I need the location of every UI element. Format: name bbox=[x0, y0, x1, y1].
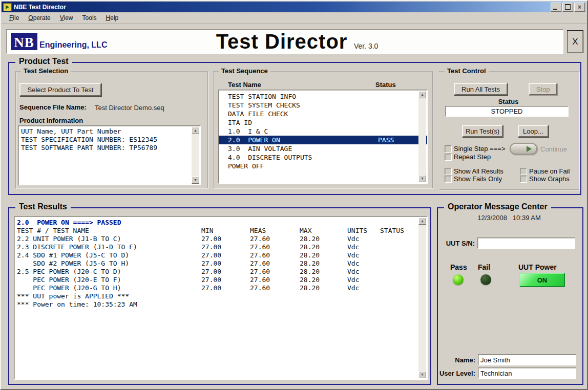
show-fails-only-checkbox[interactable] bbox=[445, 176, 452, 183]
pause-on-fail-checkbox[interactable] bbox=[520, 168, 527, 175]
fail-led bbox=[480, 274, 491, 285]
scroll-down-icon[interactable]: ▼ bbox=[418, 175, 426, 182]
scroll-up-icon[interactable]: ▲ bbox=[192, 127, 199, 134]
test-control-title: Test Control bbox=[445, 67, 489, 75]
menu-operate[interactable]: Operate bbox=[24, 13, 55, 23]
show-graphs-label: Show Graphs bbox=[529, 175, 570, 183]
sequence-row[interactable]: 3.0 AIN VOLTAGE bbox=[219, 144, 427, 153]
sequence-file-label: Sequence File Name: bbox=[19, 103, 87, 111]
repeat-step-label: Repeat Step bbox=[454, 153, 491, 161]
results-row: SDO #2 POWER (J5-G TO H)27.0027.6028.20V… bbox=[14, 259, 427, 268]
operator-name-label: Name: bbox=[434, 356, 475, 364]
scroll-down-icon[interactable]: ▼ bbox=[418, 371, 426, 378]
maximize-button[interactable] bbox=[562, 3, 573, 12]
loop-button[interactable]: Loop... bbox=[518, 125, 549, 137]
title-bar[interactable]: NBE Test Director × bbox=[2, 2, 586, 12]
show-all-results-label: Show All Results bbox=[454, 167, 503, 175]
app-version: Ver. 3.0 bbox=[354, 42, 378, 50]
user-level-input[interactable] bbox=[478, 367, 576, 379]
menu-file[interactable]: File bbox=[5, 13, 24, 23]
show-graphs-checkbox[interactable] bbox=[520, 176, 527, 183]
date-value: 12/3/2008 bbox=[477, 214, 507, 222]
repeat-step-checkbox[interactable] bbox=[445, 154, 452, 161]
user-level-label: User Level: bbox=[434, 370, 475, 377]
test-results-scrollbar[interactable]: ▲ ▼ bbox=[418, 218, 426, 378]
sequence-row[interactable]: ITA ID bbox=[219, 118, 427, 127]
scroll-up-icon[interactable]: ▲ bbox=[418, 91, 426, 98]
results-row: PEC POWER (J20-G TO H)27.0027.6028.20Vdc bbox=[14, 284, 427, 292]
scroll-up-icon[interactable]: ▲ bbox=[418, 218, 426, 225]
pass-label: Pass bbox=[450, 263, 467, 271]
run-all-tests-button[interactable]: Run All Tests bbox=[454, 83, 508, 95]
stop-button[interactable]: Stop bbox=[529, 83, 557, 95]
sequence-row[interactable]: DATA FILE CHECK bbox=[219, 110, 427, 118]
continue-label: Continue bbox=[540, 145, 567, 153]
app-title-wrap: Test Director Ver. 3.0 bbox=[134, 30, 460, 53]
single-step-label: Single Step ===> bbox=[454, 145, 505, 153]
test-sequence-title: Test Sequence bbox=[219, 67, 270, 75]
header-banner: NB Engineering, LLC Test Director Ver. 3… bbox=[6, 29, 563, 54]
test-name-column-header: Test Name bbox=[228, 81, 261, 89]
test-sequence-scrollbar[interactable]: ▲ ▼ bbox=[418, 91, 426, 182]
close-button[interactable]: × bbox=[574, 3, 585, 12]
sequence-row[interactable]: TEST STATION INFO bbox=[219, 92, 427, 101]
test-sequence-list[interactable]: TEST STATION INFO TEST SYSTEM CHECKS DAT… bbox=[218, 90, 428, 184]
continue-button[interactable] bbox=[510, 143, 537, 155]
uut-power-label: UUT Power bbox=[518, 263, 557, 271]
select-product-button[interactable]: Select Product To Test bbox=[19, 83, 101, 96]
app-title: Test Director bbox=[216, 30, 348, 53]
datetime-display: 12/3/2008 10:39 AM bbox=[437, 214, 581, 222]
product-test-title: Product Test bbox=[15, 57, 72, 66]
sequence-row[interactable]: 4.0 DISCRETE OUTPUTS bbox=[219, 153, 427, 162]
exit-button[interactable]: X bbox=[567, 30, 583, 53]
single-step-checkbox[interactable] bbox=[445, 145, 452, 153]
results-summary-line: 2.0 POWER ON ====> PASSED bbox=[14, 219, 427, 227]
scroll-down-icon[interactable]: ▼ bbox=[192, 177, 199, 184]
maximize-icon bbox=[565, 4, 571, 10]
results-row: *** Power on time: 10:35:23 AM bbox=[14, 300, 427, 309]
product-info-label: Product Information bbox=[19, 117, 83, 124]
status-column-header: Status bbox=[375, 81, 396, 89]
test-results-title: Test Results bbox=[15, 202, 71, 211]
sequence-row[interactable]: TEST SYSTEM CHECKS bbox=[219, 101, 427, 110]
logo-nb-icon: NB bbox=[11, 33, 37, 50]
run-tests-button[interactable]: Run Test(s) bbox=[462, 125, 503, 137]
company-logo: NB Engineering, LLC bbox=[11, 33, 134, 50]
results-row: *** UUT power is APPLIED *** bbox=[14, 292, 427, 300]
menu-tools[interactable]: Tools bbox=[78, 13, 101, 23]
time-value: 10:39 AM bbox=[513, 214, 541, 222]
app-icon bbox=[3, 3, 12, 11]
menu-view[interactable]: View bbox=[55, 13, 78, 23]
uut-sn-label: UUT S/N: bbox=[434, 240, 475, 247]
results-row: 2.2 UNIT POWER (J1-B TO C)27.0027.6028.2… bbox=[14, 235, 427, 243]
sequence-row[interactable]: 1.0 I & C bbox=[219, 127, 427, 136]
minimize-icon bbox=[553, 9, 557, 10]
pause-on-fail-label: Pause on Fail bbox=[529, 167, 570, 175]
sequence-row[interactable]: POWER OFF bbox=[219, 162, 427, 170]
show-all-results-checkbox[interactable] bbox=[445, 168, 452, 175]
product-info-line: UUT Name, UUT Part Number bbox=[18, 127, 200, 136]
sequence-file-value: Test Director Demo.seq bbox=[95, 104, 164, 112]
results-row: 2.3 DISCRETE POWER (J1-D TO E)27.0027.60… bbox=[14, 243, 427, 251]
menu-help[interactable]: Help bbox=[101, 13, 123, 23]
product-info-scrollbar[interactable]: ▲ ▼ bbox=[192, 127, 199, 184]
uut-power-button[interactable]: ON bbox=[519, 273, 565, 287]
close-icon: × bbox=[578, 5, 581, 10]
show-fails-only-label: Show Fails Only bbox=[454, 175, 502, 183]
sequence-row-selected[interactable]: 2.0 POWER ONPASS bbox=[219, 136, 427, 144]
results-row: PEC POWER (J20-E TO F)27.0027.6028.20Vdc bbox=[14, 276, 427, 284]
product-info-list[interactable]: UUT Name, UUT Part Number TEST SPECIFICA… bbox=[18, 125, 201, 185]
uut-sn-input[interactable] bbox=[477, 237, 575, 249]
product-info-line: TEST SOFTWARE PART NUMBER: TP56789 bbox=[18, 144, 200, 152]
product-info-line: TEST SPECIFICATION NUMBER: ES12345 bbox=[18, 136, 200, 144]
pass-led bbox=[453, 274, 464, 285]
operator-name-input[interactable] bbox=[478, 354, 576, 365]
minimize-button[interactable] bbox=[551, 3, 561, 12]
results-row: 2.5 PEC POWER (J20-C TO D)27.0027.6028.2… bbox=[14, 268, 427, 276]
test-selection-title: Test Selection bbox=[21, 67, 71, 75]
status-display: STOPPED bbox=[445, 106, 569, 117]
operator-message-center-title: Operator Message Center bbox=[444, 202, 551, 211]
test-results-list[interactable]: 2.0 POWER ON ====> PASSED TEST # / TEST … bbox=[14, 216, 428, 380]
fail-label: Fail bbox=[478, 263, 490, 271]
status-label: Status bbox=[439, 98, 578, 105]
